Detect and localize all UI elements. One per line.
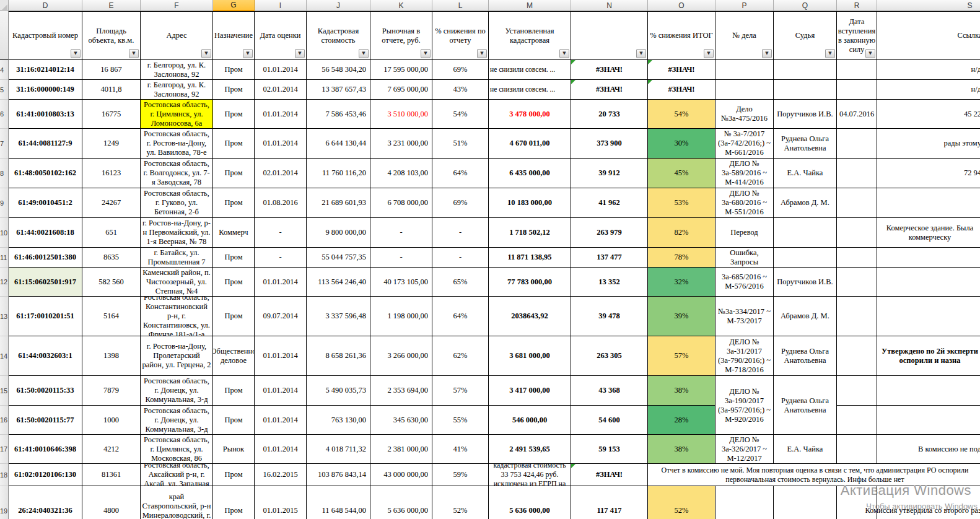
column-header-P[interactable]: № дела▼ <box>715 11 774 60</box>
cell-J13[interactable]: 3 337 596,48 <box>307 297 370 336</box>
column-letter-F[interactable]: F <box>141 0 213 11</box>
cell-I14[interactable]: 01.01.2014 <box>255 336 307 376</box>
cell-O8[interactable]: 45% <box>648 159 715 188</box>
filter-button-L[interactable]: ▼ <box>477 49 487 58</box>
cell-O19[interactable]: 52% <box>648 486 715 519</box>
cell-K6[interactable]: 3 510 000,00 <box>370 100 432 129</box>
cell-M11[interactable]: 11 871 138,95 <box>489 248 571 268</box>
column-letter-D[interactable]: D <box>9 0 82 11</box>
cell-S15[interactable] <box>877 376 980 406</box>
cell-P4[interactable] <box>715 60 774 80</box>
cell-D13[interactable]: 61:17:0010201:51 <box>9 297 82 336</box>
cell-M19[interactable]: 5 636 000,00 <box>489 486 571 519</box>
cell-D16[interactable]: 61:50:0020115:77 <box>9 406 82 435</box>
cell-F4[interactable]: г. Белгород, ул. К. Заслонова, 92 <box>141 60 213 80</box>
cell-F19[interactable]: край Ставропольский, р-н Минераловодский… <box>141 486 213 519</box>
cell-K9[interactable]: 6 708 000,00 <box>370 188 432 218</box>
cell-D6[interactable]: 61:41:0010803:13 <box>9 100 82 129</box>
cell-O7[interactable]: 30% <box>648 129 715 159</box>
cell-D8[interactable]: 61:48:0050102:162 <box>9 159 82 188</box>
cell-S5[interactable]: н/д <box>877 80 980 100</box>
cell-K10[interactable]: - <box>370 218 432 248</box>
cell-N17[interactable]: 59 153 <box>571 435 648 464</box>
cell-Q4[interactable] <box>774 60 837 80</box>
cell-R13[interactable] <box>837 297 877 336</box>
cell-K17[interactable]: 2 381 000,00 <box>370 435 432 464</box>
cell-G11[interactable]: Пром <box>213 248 255 268</box>
cell-O12[interactable]: 32% <box>648 268 715 297</box>
cell-E10[interactable]: 651 <box>82 218 141 248</box>
cell-S12[interactable] <box>877 268 980 297</box>
cell-R15[interactable] <box>837 376 877 406</box>
cell-K18[interactable]: 43 000 000,00 <box>370 464 432 486</box>
cell-I15[interactable]: 01.01.2014 <box>255 376 307 406</box>
cell-E13[interactable]: 5164 <box>82 297 141 336</box>
cell-I5[interactable]: 02.01.2014 <box>255 80 307 100</box>
cell-R9[interactable] <box>837 188 877 218</box>
cell-Q17[interactable]: Е.А. Чайка <box>774 435 837 464</box>
cell-L13[interactable]: 64% <box>432 297 489 336</box>
cell-N10[interactable]: 263 979 <box>571 218 648 248</box>
cell-K7[interactable]: 3 231 000,00 <box>370 129 432 159</box>
cell-N12[interactable]: 13 352 <box>571 268 648 297</box>
select-all-corner[interactable] <box>0 0 9 11</box>
cell-K16[interactable]: 345 630,00 <box>370 406 432 435</box>
cell-Q9[interactable]: Абрамов Д. М. <box>774 188 837 218</box>
cell-R4[interactable] <box>837 60 877 80</box>
cell-F8[interactable]: Ростовская область, г. Волгодонск, ул. 7… <box>141 159 213 188</box>
column-header-R[interactable]: Дата вступления в законную силу▼ <box>837 11 877 60</box>
filter-button-R[interactable]: ▼ <box>865 49 875 58</box>
cell-R7[interactable] <box>837 129 877 159</box>
cell-P7[interactable]: № 3а-7/2017 (3а-742/2016;) ~ М-661/2016 <box>715 129 774 159</box>
cell-S4[interactable]: н/д <box>877 60 980 80</box>
cell-Q8[interactable]: Е.А. Чайка <box>774 159 837 188</box>
filter-button-O[interactable]: ▼ <box>704 49 714 58</box>
cell-S14[interactable]: Утверждено по 2й эксперти оспорили и наз… <box>877 336 980 376</box>
cell-I10[interactable]: - <box>255 218 307 248</box>
row-header-10[interactable]: 10 <box>0 218 9 248</box>
cell-G6[interactable]: Пром <box>213 100 255 129</box>
cell-R16[interactable] <box>837 406 877 435</box>
cell-P13[interactable]: №3а-334/2017 ~ М-73/2017 <box>715 297 774 336</box>
row-header-17[interactable]: 17 <box>0 435 9 464</box>
cell-M7[interactable]: 4 670 011,00 <box>489 129 571 159</box>
cell-Q13[interactable]: Абрамов Д. М. <box>774 297 837 336</box>
column-letter-J[interactable]: J <box>307 0 370 11</box>
row-header-12[interactable]: 12 <box>0 268 9 297</box>
cell-M4[interactable]: не снизили совсем. ... <box>489 60 571 80</box>
row-header-6[interactable]: 6 <box>0 100 9 129</box>
cell-N19[interactable]: 117 417 <box>571 486 648 519</box>
cell-M17[interactable]: 2 491 539,65 <box>489 435 571 464</box>
cell-J14[interactable]: 8 658 261,36 <box>307 336 370 376</box>
row-header-5[interactable]: 5 <box>0 80 9 100</box>
cell-J5[interactable]: 13 387 657,43 <box>307 80 370 100</box>
cell-J19[interactable]: 11 648 544,00 <box>307 486 370 519</box>
cell-L9[interactable]: 69% <box>432 188 489 218</box>
cell-E9[interactable]: 24267 <box>82 188 141 218</box>
cell-S9[interactable] <box>877 188 980 218</box>
cell-M12[interactable]: 77 783 000,00 <box>489 268 571 297</box>
column-letter-S[interactable]: S <box>877 0 980 11</box>
cell-O15[interactable]: 38% <box>648 376 715 406</box>
cell-I17[interactable]: 01.01.2014 <box>255 435 307 464</box>
filter-button-Q[interactable]: ▼ <box>825 49 835 58</box>
row-header-16[interactable]: 16 <box>0 406 9 435</box>
filter-button-J[interactable]: ▼ <box>359 49 369 58</box>
filter-button-P[interactable]: ▼ <box>762 49 772 58</box>
cell-J10[interactable]: 9 800 000,00 <box>307 218 370 248</box>
cell-N7[interactable]: 373 900 <box>571 129 648 159</box>
cell-I4[interactable]: 01.01.2014 <box>255 60 307 80</box>
row-header-4[interactable]: 4 <box>0 60 9 80</box>
cell-G15[interactable]: Пром <box>213 376 255 406</box>
column-header-K[interactable]: Рыночная в отчете, руб.▼ <box>370 11 432 60</box>
cell-I16[interactable]: 01.01.2014 <box>255 406 307 435</box>
column-header-G[interactable]: Назначение▼ <box>213 11 255 60</box>
filter-button-M[interactable]: ▼ <box>559 49 569 58</box>
cell-L8[interactable]: 64% <box>432 159 489 188</box>
cell-N11[interactable]: 137 477 <box>571 248 648 268</box>
cell-M13[interactable]: 2038643,92 <box>489 297 571 336</box>
cell-O16[interactable]: 28% <box>648 406 715 435</box>
cell-F12[interactable]: Каменский район, п. Чистоозерный, ул. Ст… <box>141 268 213 297</box>
cell-S6[interactable]: 45 22 <box>877 100 980 129</box>
cell-M8[interactable]: 6 435 000,00 <box>489 159 571 188</box>
